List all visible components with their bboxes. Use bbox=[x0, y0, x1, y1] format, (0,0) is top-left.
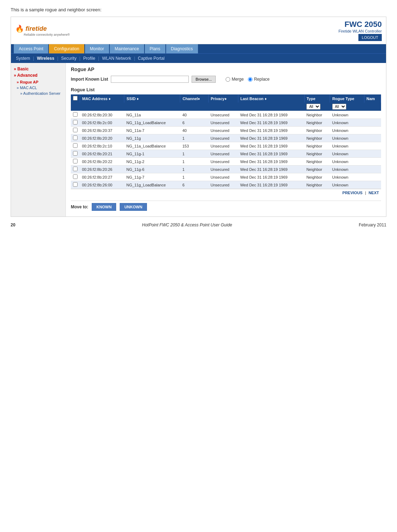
table-row: 00:26:f2:8b:20:22 NG_11g-2 1 Unsecured W… bbox=[71, 158, 381, 166]
subnav-sep-3: | bbox=[79, 56, 81, 61]
row-ssid: NG_11g-1 bbox=[124, 150, 180, 158]
subnav-captive-portal[interactable]: Captive Portal bbox=[136, 55, 166, 62]
row-channel: 1 bbox=[180, 166, 209, 173]
app-header: 🔥 firetide Reliable connectivity anywher… bbox=[11, 17, 386, 44]
row-checkbox[interactable] bbox=[73, 174, 78, 179]
row-privacy: Unsecured bbox=[209, 134, 238, 142]
filter-check-col bbox=[71, 103, 80, 111]
row-checkbox[interactable] bbox=[73, 182, 78, 187]
replace-radio[interactable] bbox=[248, 77, 253, 82]
row-last-beacon: Wed Dec 31 16:28:19 1969 bbox=[238, 181, 304, 189]
row-checkbox-cell bbox=[71, 142, 80, 150]
filter-privacy-col bbox=[209, 103, 238, 111]
sidebar-advanced[interactable]: » Advanced bbox=[14, 73, 63, 78]
subnav-sep-5: | bbox=[133, 56, 136, 61]
row-name bbox=[364, 166, 381, 173]
sidebar-basic[interactable]: » Basic bbox=[14, 66, 63, 71]
known-button[interactable]: KNOWN bbox=[92, 203, 116, 211]
row-checkbox-cell bbox=[71, 150, 80, 158]
rogue-type-filter-select[interactable]: All bbox=[332, 104, 346, 110]
product-name: FWC 2050 bbox=[339, 20, 382, 29]
th-mac: MAC Address ♦ bbox=[80, 94, 124, 103]
row-type: Neighbor bbox=[304, 142, 330, 150]
type-filter-select[interactable]: All bbox=[306, 104, 321, 110]
row-checkbox-cell bbox=[71, 158, 80, 166]
row-rogue-type: Unknown bbox=[330, 142, 364, 150]
nav-monitor[interactable]: Monitor bbox=[85, 44, 109, 53]
merge-radio[interactable] bbox=[226, 77, 230, 82]
filter-beacon-col bbox=[238, 103, 304, 111]
row-privacy: Unsecured bbox=[209, 158, 238, 166]
subnav-sep-4: | bbox=[97, 56, 100, 61]
nav-diagnostics[interactable]: Diagnostics bbox=[166, 44, 198, 53]
footer-date: February 2011 bbox=[359, 222, 386, 227]
unkown-button[interactable]: UNKOWN bbox=[120, 203, 147, 211]
row-name bbox=[364, 158, 381, 166]
replace-radio-label[interactable]: Replace bbox=[248, 77, 270, 82]
browse-button[interactable]: Browse... bbox=[192, 76, 216, 83]
row-ssid: NG_11a_LoadBalance bbox=[124, 142, 180, 150]
next-link[interactable]: NEXT bbox=[369, 191, 379, 195]
row-mac: 00:26:f2:8b:2c:00 bbox=[80, 119, 124, 127]
pagination-separator: | bbox=[365, 191, 366, 195]
nav-access-point[interactable]: Access Point bbox=[14, 44, 48, 53]
row-privacy: Unsecured bbox=[209, 111, 238, 119]
sidebar-item-rogue-ap[interactable]: Rogue AP bbox=[14, 79, 63, 85]
row-privacy: Unsecured bbox=[209, 150, 238, 158]
subnav-profile[interactable]: Profile bbox=[81, 55, 97, 62]
row-ssid: NG_11g_LoadBalance bbox=[124, 119, 180, 127]
rogue-table: MAC Address ♦ SSID ♦ Channel♦ Privacy♦ L… bbox=[71, 94, 381, 189]
row-ssid: NG_11g bbox=[124, 134, 180, 142]
row-checkbox[interactable] bbox=[73, 167, 78, 171]
table-row: 00:26:f2:8b:20:26 NG_11g-6 1 Unsecured W… bbox=[71, 166, 381, 173]
row-channel: 1 bbox=[180, 150, 209, 158]
row-checkbox[interactable] bbox=[73, 128, 78, 132]
replace-label: Replace bbox=[254, 77, 270, 82]
subnav-system[interactable]: System bbox=[14, 55, 32, 62]
row-checkbox[interactable] bbox=[73, 135, 78, 140]
row-type: Neighbor bbox=[304, 119, 330, 127]
row-privacy: Unsecured bbox=[209, 173, 238, 181]
th-type: Type bbox=[304, 94, 330, 103]
logout-button[interactable]: LOGOUT bbox=[358, 34, 382, 41]
select-all-checkbox[interactable] bbox=[73, 96, 78, 100]
import-row: Import Known List Browse... Merge Replac… bbox=[71, 76, 381, 83]
row-last-beacon: Wed Dec 31 16:28:19 1969 bbox=[238, 119, 304, 127]
row-ssid: NG_11g-6 bbox=[124, 166, 180, 173]
nav-configuration[interactable]: Configuration bbox=[49, 44, 84, 53]
row-channel: 40 bbox=[180, 127, 209, 134]
row-name bbox=[364, 150, 381, 158]
row-ssid: NG_11g-7 bbox=[124, 173, 180, 181]
filter-name-col bbox=[364, 103, 381, 111]
table-row: 00:26:f2:8b:2c:00 NG_11g_LoadBalance 6 U… bbox=[71, 119, 381, 127]
sidebar-item-auth-server[interactable]: Authentication Server bbox=[14, 91, 63, 96]
table-row: 00:26:f2:8b:20:21 NG_11g-1 1 Unsecured W… bbox=[71, 150, 381, 158]
merge-radio-label[interactable]: Merge bbox=[226, 77, 244, 82]
row-channel: 6 bbox=[180, 119, 209, 127]
row-mac: 00:26:f2:8b:20:26 bbox=[80, 166, 124, 173]
filter-channel-col bbox=[180, 103, 209, 111]
subnav-wlan-network[interactable]: WLAN Network bbox=[100, 55, 133, 62]
row-name bbox=[364, 173, 381, 181]
sidebar-item-mac-acl[interactable]: MAC ACL bbox=[14, 85, 63, 91]
app-container: 🔥 firetide Reliable connectivity anywher… bbox=[11, 17, 386, 217]
row-checkbox[interactable] bbox=[73, 112, 78, 117]
row-channel: 1 bbox=[180, 173, 209, 181]
nav-maintenance[interactable]: Maintenance bbox=[110, 44, 144, 53]
row-name bbox=[364, 127, 381, 134]
row-checkbox[interactable] bbox=[73, 143, 78, 148]
row-checkbox[interactable] bbox=[73, 159, 78, 163]
row-checkbox-cell bbox=[71, 111, 80, 119]
subnav-wireless[interactable]: Wireless bbox=[35, 55, 56, 62]
merge-label: Merge bbox=[232, 77, 244, 82]
row-checkbox[interactable] bbox=[73, 120, 78, 125]
subnav-security[interactable]: Security bbox=[59, 55, 79, 62]
row-checkbox[interactable] bbox=[73, 151, 78, 156]
filter-rogue-type-col: All bbox=[330, 103, 364, 111]
previous-link[interactable]: PREVIOUS bbox=[342, 191, 363, 195]
row-name bbox=[364, 119, 381, 127]
import-file-input[interactable] bbox=[111, 76, 189, 83]
row-ssid: NG_11a bbox=[124, 111, 180, 119]
th-privacy: Privacy♦ bbox=[209, 94, 238, 103]
nav-plans[interactable]: Plans bbox=[145, 44, 165, 53]
